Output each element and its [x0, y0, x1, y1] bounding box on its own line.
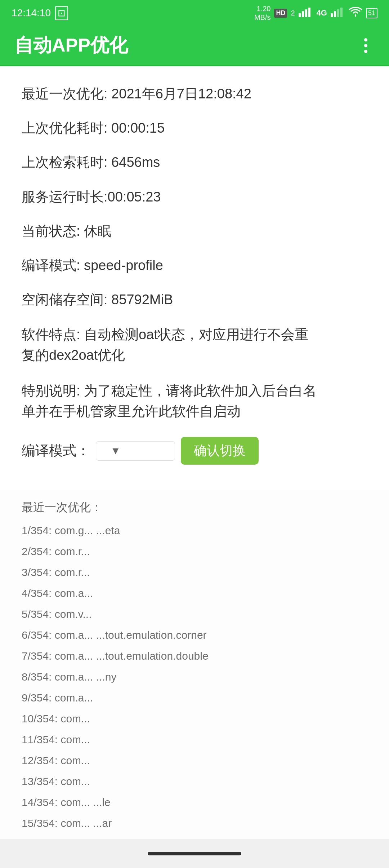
- log-line-8: 8/354: com.a... ...ny: [22, 667, 367, 687]
- log-line-12: 12/354: com...: [22, 751, 367, 770]
- more-options-button[interactable]: [357, 36, 375, 54]
- free-storage: 空闲储存空间: 85792MiB: [22, 290, 367, 309]
- status-time: 12:14:10: [12, 7, 51, 19]
- log-line-4: 4/354: com.a...: [22, 584, 367, 603]
- log-line-14: 14/354: com... ...le: [22, 793, 367, 812]
- current-status: 当前状态: 休眠: [22, 222, 367, 241]
- signal-bars-4g-icon: [331, 7, 345, 19]
- last-optimize-duration: 上次优化耗时: 00:00:15: [22, 119, 367, 138]
- special-notice: 特别说明: 为了稳定性，请将此软件加入后台白名 单并在手机管家里允许此软件自启动: [22, 381, 367, 422]
- menu-dot-2: [364, 44, 367, 47]
- menu-dot-3: [364, 50, 367, 53]
- log-line-13: 13/354: com...: [22, 772, 367, 791]
- network-4g-label: 4G: [317, 8, 327, 18]
- compile-mode-row: 编译模式： ▼ 确认切换: [22, 437, 367, 465]
- compile-mode-label: 编译模式：: [22, 442, 90, 460]
- confirm-switch-button[interactable]: 确认切换: [181, 437, 259, 465]
- log-line-10: 10/354: com...: [22, 709, 367, 728]
- compile-mode-display: 编译模式: speed-profile: [22, 256, 367, 275]
- battery-icon: 51: [366, 8, 377, 18]
- svg-rect-2: [305, 9, 307, 17]
- service-runtime: 服务运行时长:00:05:23: [22, 187, 367, 207]
- log-line-15: 15/354: com... ...ar: [22, 814, 367, 833]
- svg-rect-5: [334, 11, 336, 17]
- compile-mode-dropdown[interactable]: ▼: [96, 441, 175, 461]
- svg-rect-4: [331, 13, 333, 17]
- network-type-2: 2: [291, 9, 295, 17]
- svg-rect-7: [340, 8, 343, 17]
- log-line-6: 6/354: com.a... ...tout.emulation.corner: [22, 625, 367, 645]
- log-header: 最近一次优化：: [22, 497, 367, 518]
- network-speed-text: 1.20MB/s: [254, 4, 271, 22]
- hd-badge: HD: [274, 9, 287, 18]
- home-indicator: [148, 852, 241, 855]
- log-line-9: 9/354: com.a...: [22, 688, 367, 708]
- log-line-7: 7/354: com.a... ...tout.emulation.double: [22, 646, 367, 666]
- svg-rect-6: [337, 9, 339, 17]
- svg-rect-0: [299, 13, 301, 17]
- log-line-5: 5/354: com.v...: [22, 604, 367, 624]
- svg-rect-3: [308, 8, 310, 17]
- log-line-2: 2/354: com.r...: [22, 542, 367, 561]
- last-search-duration: 上次检索耗时: 6456ms: [22, 153, 367, 172]
- dropdown-arrow-icon: ▼: [111, 445, 121, 457]
- log-line-1: 1/354: com.g... ...eta: [22, 521, 367, 540]
- page-title: 自动APP优化: [14, 33, 128, 58]
- wifi-icon: [349, 7, 362, 19]
- log-line-3: 3/354: com.r...: [22, 563, 367, 582]
- battery-level: 51: [368, 9, 375, 17]
- menu-dot-1: [364, 38, 367, 41]
- software-features: 软件特点: 自动检测oat状态，对应用进行不会重 复的dex2oat优化: [22, 324, 367, 366]
- last-optimize-time: 最近一次优化: 2021年6月7日12:08:42: [22, 84, 367, 103]
- bottom-nav-bar: [0, 839, 389, 868]
- log-area: 最近一次优化： 1/354: com.g... ...eta 2/354: co…: [0, 490, 389, 866]
- status-bar: 12:14:10 ⊡ 1.20MB/s HD 2 4G: [0, 0, 389, 26]
- toolbar: 自动APP优化: [0, 26, 389, 65]
- svg-rect-1: [302, 11, 304, 17]
- log-line-11: 11/354: com...: [22, 730, 367, 749]
- status-time-area: 12:14:10 ⊡: [12, 6, 68, 20]
- status-icons-area: 1.20MB/s HD 2 4G: [254, 4, 377, 22]
- main-content-area: 最近一次优化: 2021年6月7日12:08:42 上次优化耗时: 00:00:…: [0, 66, 389, 490]
- screen-record-icon: ⊡: [55, 6, 68, 20]
- signal-bars-5g-icon: [299, 7, 313, 19]
